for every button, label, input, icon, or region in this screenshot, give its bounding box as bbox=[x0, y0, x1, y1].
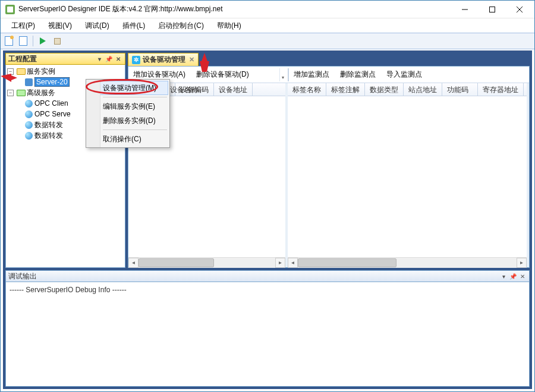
output-panel: 调试输出 ▾ 📌 ✕ ------ ServerSuperIO Debug In… bbox=[5, 270, 530, 387]
tab-close-icon[interactable]: ✕ bbox=[189, 56, 194, 64]
window-title: ServerSuperIO Designer IDE 版本:v4.2 官网:ht… bbox=[18, 4, 451, 14]
project-panel-header[interactable]: 工程配置 ▾ 📌 ✕ bbox=[5, 53, 125, 65]
panel-menu-icon[interactable]: ▾ bbox=[499, 272, 508, 280]
points-grid-header: 标签名称 标签注解 数据类型 站点地址 功能码 寄存器地址 bbox=[288, 83, 527, 96]
play-icon bbox=[40, 37, 46, 45]
panel-close-icon[interactable]: ✕ bbox=[518, 272, 527, 280]
stop-button[interactable] bbox=[51, 35, 63, 47]
output-panel-title: 调试输出 bbox=[8, 271, 37, 282]
split-panes: 设备名称 设备编码 设备地址 ◄ ► 标签名称 标签注解 数 bbox=[128, 83, 529, 267]
doc-icon bbox=[19, 36, 27, 46]
output-line: ------ ServerSuperIO Debug Info ------ bbox=[10, 286, 525, 294]
points-grid[interactable]: 标签名称 标签注解 数据类型 站点地址 功能码 寄存器地址 ◄ ► bbox=[288, 83, 529, 267]
server-icon bbox=[25, 78, 33, 86]
collapse-icon[interactable]: − bbox=[7, 90, 14, 96]
tree-label: 数据转发 bbox=[34, 131, 63, 141]
ctx-sep bbox=[103, 97, 167, 97]
menu-console[interactable]: 启动控制台(C) bbox=[152, 19, 210, 33]
maximize-button[interactable] bbox=[479, 1, 506, 18]
tree-label: 数据转发 bbox=[34, 120, 63, 130]
tree-label: OPC Serve bbox=[34, 110, 71, 118]
grid-body[interactable] bbox=[288, 96, 527, 257]
menu-project[interactable]: 工程(P) bbox=[5, 19, 41, 33]
doc-toolbar: 增加设备驱动(A) 删除设备驱动(D) ▾ 增加监测点 删除监测点 导入监测点 bbox=[128, 67, 529, 83]
new-doc-button[interactable] bbox=[3, 35, 15, 47]
globe-icon bbox=[25, 110, 33, 118]
globe-icon bbox=[25, 132, 33, 140]
doc-button[interactable] bbox=[17, 35, 29, 47]
stop-icon bbox=[54, 38, 61, 45]
svg-rect-1 bbox=[490, 7, 495, 12]
output-body[interactable]: ------ ServerSuperIO Debug Info ------ bbox=[5, 282, 530, 387]
doc-content: 增加设备驱动(A) 删除设备驱动(D) ▾ 增加监测点 删除监测点 导入监测点 … bbox=[128, 66, 530, 268]
output-panel-header[interactable]: 调试输出 ▾ 📌 ✕ bbox=[5, 270, 530, 282]
main-toolbar bbox=[1, 33, 534, 49]
col-data-type[interactable]: 数据类型 bbox=[365, 83, 404, 96]
doc-tabstrip: ✲ 设备驱动管理 ✕ bbox=[128, 53, 530, 66]
menu-help[interactable]: 帮助(H) bbox=[211, 19, 247, 33]
doc-tab-label: 设备驱动管理 bbox=[143, 55, 185, 65]
del-point-button[interactable]: 删除监测点 bbox=[338, 68, 378, 81]
col-station-addr[interactable]: 站点地址 bbox=[404, 83, 442, 96]
folder-icon bbox=[17, 90, 26, 96]
globe-icon bbox=[25, 121, 33, 129]
col-device-code[interactable]: 设备编码 bbox=[175, 83, 214, 96]
panel-menu-icon[interactable]: ▾ bbox=[95, 55, 103, 63]
scroll-right-icon[interactable]: ► bbox=[275, 258, 285, 268]
menu-bar: 工程(P) 视图(V) 调试(D) 插件(L) 启动控制台(C) 帮助(H) bbox=[1, 18, 534, 33]
collapse-icon[interactable]: − bbox=[7, 68, 14, 75]
scroll-left-icon[interactable]: ◄ bbox=[128, 258, 139, 268]
close-button[interactable] bbox=[506, 1, 533, 18]
pin-icon[interactable]: 📌 bbox=[509, 272, 517, 280]
panel-close-icon[interactable]: ✕ bbox=[114, 55, 122, 63]
gear-icon: ✲ bbox=[132, 56, 140, 64]
toolbar-sep bbox=[33, 36, 33, 46]
tree-label: Server-20 bbox=[34, 77, 70, 87]
scroll-left-icon[interactable]: ◄ bbox=[288, 258, 298, 268]
globe-icon bbox=[25, 100, 33, 108]
col-device-addr[interactable]: 设备地址 bbox=[214, 83, 253, 96]
menu-debug[interactable]: 调试(D) bbox=[79, 19, 115, 33]
title-bar: ServerSuperIO Designer IDE 版本:v4.2 官网:ht… bbox=[1, 1, 534, 18]
new-doc-icon bbox=[5, 36, 13, 46]
minimize-button[interactable] bbox=[451, 1, 479, 18]
doc-tab-device-driver[interactable]: ✲ 设备驱动管理 ✕ bbox=[128, 53, 199, 66]
menu-view[interactable]: 视图(V) bbox=[42, 19, 78, 33]
tree-label: 高级服务 bbox=[27, 88, 55, 98]
add-point-button[interactable]: 增加监测点 bbox=[291, 68, 332, 81]
h-scrollbar[interactable]: ◄ ► bbox=[288, 257, 527, 267]
scroll-right-icon[interactable]: ► bbox=[517, 258, 527, 268]
run-button[interactable] bbox=[37, 35, 49, 47]
context-menu: 设备驱动管理(M) 编辑服务实例(E) 删除服务实例(D) 取消操作(C) bbox=[86, 79, 170, 148]
import-point-button[interactable]: 导入监测点 bbox=[384, 68, 424, 81]
ctx-sep bbox=[103, 129, 167, 130]
col-tag-desc[interactable]: 标签注解 bbox=[326, 83, 365, 96]
app-icon bbox=[5, 5, 15, 14]
toolbar-overflow-icon[interactable]: ▾ bbox=[279, 68, 285, 81]
project-panel-title: 工程配置 bbox=[8, 54, 37, 64]
tree-label: 服务实例 bbox=[27, 67, 55, 77]
tree-root-services[interactable]: − 服务实例 bbox=[7, 66, 124, 77]
col-reg-addr[interactable]: 寄存器地址 bbox=[478, 83, 524, 96]
col-func-code[interactable]: 功能码 bbox=[442, 83, 478, 96]
tree-label: OPC Clien bbox=[34, 99, 68, 108]
dock-area: 工程配置 ▾ 📌 ✕ − 服务实例 Server-20 − 高级服务 bbox=[3, 50, 532, 389]
pin-icon[interactable]: 📌 bbox=[105, 55, 113, 63]
col-tag-name[interactable]: 标签名称 bbox=[288, 83, 326, 96]
h-scrollbar[interactable]: ◄ ► bbox=[128, 257, 285, 267]
document-area: ✲ 设备驱动管理 ✕ 增加设备驱动(A) 删除设备驱动(D) ▾ 增加监测点 删… bbox=[128, 53, 530, 268]
menu-plugin[interactable]: 插件(L) bbox=[117, 19, 152, 33]
folder-icon bbox=[17, 68, 26, 75]
del-driver-button[interactable]: 删除设备驱动(D) bbox=[194, 68, 251, 81]
